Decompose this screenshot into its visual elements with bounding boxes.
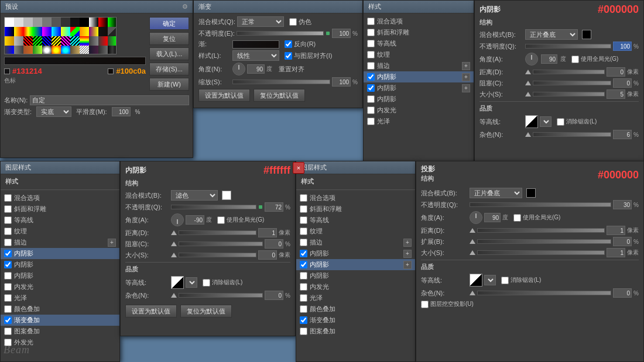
bl-contour[interactable]: 等高线 <box>1 215 119 226</box>
distance-drop-slider[interactable] <box>477 228 605 233</box>
contour-drop-preview[interactable] <box>470 274 482 287</box>
br-gradient-overlay[interactable]: 渐变叠加 <box>296 315 415 326</box>
gradient-preview[interactable] <box>232 40 279 49</box>
reset-default-bottom-btn[interactable]: 复位为默认值 <box>180 305 232 318</box>
angle-bottom-dial[interactable] <box>171 213 184 226</box>
angle-dial[interactable] <box>232 63 245 75</box>
angle-drop-dial[interactable] <box>470 211 482 224</box>
angle-drop-input[interactable] <box>484 213 501 222</box>
spread-drop-input[interactable] <box>613 237 632 246</box>
angle-top-input[interactable] <box>541 54 557 64</box>
bl-inner-shadow-2[interactable]: 内阴影 <box>1 259 119 270</box>
distance-drop-input[interactable] <box>607 226 625 235</box>
size-top-input[interactable] <box>607 89 625 99</box>
distance-top-input[interactable] <box>607 67 625 77</box>
br-blend-options[interactable]: 混合选项 <box>296 192 415 204</box>
opacity-bottom-input[interactable] <box>265 202 283 212</box>
simulate-checkbox[interactable] <box>289 18 297 26</box>
opacity-drop-input[interactable] <box>613 200 632 209</box>
shadow-color-top-swatch[interactable] <box>582 30 591 39</box>
inner-shadow1-plus[interactable]: + <box>462 73 470 81</box>
noise-drop-slider[interactable] <box>477 291 611 295</box>
bl-satin[interactable]: 光泽 <box>1 292 119 304</box>
global-light-drop-cb[interactable] <box>513 214 521 222</box>
style-item-contour[interactable]: 等高线 <box>364 38 474 49</box>
br-inner-shadow2-plus[interactable]: + <box>403 261 412 269</box>
gear-icon[interactable]: ⚙ <box>182 3 188 11</box>
style-item-inner-shadow-2[interactable]: 内阴影+ <box>364 82 474 94</box>
br-stroke-plus[interactable]: + <box>403 239 412 247</box>
opacity-input[interactable] <box>332 29 351 38</box>
inner-shadow2-plus[interactable]: + <box>462 84 470 92</box>
reset-default-btn[interactable]: 复位为默认值 <box>254 89 305 102</box>
contour-bottom-select[interactable]: ▼ <box>186 277 197 288</box>
style-item-inner-shadow-3[interactable]: 内阴影 <box>364 94 474 105</box>
style-select[interactable]: 线性 <box>232 50 279 61</box>
global-light-top-cb[interactable] <box>571 56 579 63</box>
gradient-stop-right[interactable] <box>108 68 114 74</box>
pattern-grid[interactable] <box>4 17 117 54</box>
angle-input[interactable] <box>247 64 265 74</box>
reset-button[interactable]: 复位 <box>149 32 189 45</box>
br-contour[interactable]: 等高线 <box>296 215 415 226</box>
gradient-stop-left[interactable] <box>4 68 10 74</box>
br-pattern-overlay[interactable]: 图案叠加 <box>296 326 415 337</box>
anti-alias-drop-cb[interactable] <box>501 277 509 284</box>
choke-bottom-slider[interactable] <box>179 242 263 246</box>
scale-slider[interactable] <box>232 80 330 84</box>
size-bottom-input[interactable] <box>258 250 277 260</box>
scale-input[interactable] <box>332 77 351 87</box>
gradient-type-select[interactable]: 实底 <box>36 106 71 117</box>
choke-top-slider[interactable] <box>533 81 611 85</box>
noise-drop-input[interactable] <box>613 288 632 298</box>
new-button[interactable]: 新建(W) <box>149 78 189 91</box>
opacity-slider[interactable] <box>237 31 324 36</box>
anti-alias-bottom-cb[interactable] <box>203 279 210 287</box>
bl-stroke[interactable]: 描边+ <box>1 237 119 248</box>
bl-pattern-overlay[interactable]: 图案叠加 <box>1 326 119 337</box>
contour-top-select[interactable]: ▼ <box>540 116 551 127</box>
layer-knockout-cb[interactable] <box>421 301 429 308</box>
distance-bottom-slider[interactable] <box>179 230 256 235</box>
bl-stroke-plus[interactable]: + <box>108 239 116 247</box>
style-item-stroke[interactable]: 描边+ <box>364 60 474 71</box>
set-default-btn[interactable]: 设置为默认值 <box>198 89 250 102</box>
smoothness-input[interactable] <box>112 107 131 116</box>
stroke-plus[interactable]: + <box>462 62 470 70</box>
bl-color-overlay[interactable]: 颜色叠加 <box>1 304 119 315</box>
choke-top-input[interactable] <box>613 78 632 88</box>
size-drop-input[interactable] <box>607 248 625 257</box>
save-button[interactable]: 存储(S)... <box>149 63 189 75</box>
bl-bevel[interactable]: 斜面和浮雕 <box>1 204 119 215</box>
br-satin[interactable]: 光泽 <box>296 292 415 304</box>
angle-top-dial[interactable] <box>525 53 538 65</box>
style-item-blend[interactable]: 混合选项 <box>364 16 474 27</box>
br-stroke[interactable]: 描边+ <box>296 237 415 248</box>
anti-alias-top-cb[interactable] <box>557 118 564 126</box>
br-inner-shadow-1[interactable]: 内阴影+ <box>296 248 415 259</box>
noise-top-input[interactable] <box>613 130 632 139</box>
bl-inner-glow[interactable]: 内发光 <box>1 281 119 292</box>
style-item-inner-glow[interactable]: 内发光 <box>364 105 474 116</box>
contour-bottom-preview[interactable] <box>171 276 184 289</box>
noise-bottom-input[interactable] <box>265 291 283 300</box>
opacity-top-slider[interactable] <box>525 44 611 49</box>
distance-bottom-input[interactable] <box>258 228 277 237</box>
br-inner-shadow1-plus[interactable]: + <box>403 250 412 258</box>
set-default-bottom-btn[interactable]: 设置为默认值 <box>125 305 177 318</box>
spread-drop-slider[interactable] <box>477 239 611 244</box>
bl-inner-shadow-3[interactable]: 内阴影 <box>1 270 119 281</box>
choke-bottom-input[interactable] <box>265 239 283 249</box>
size-top-slider[interactable] <box>533 92 605 96</box>
noise-bottom-slider[interactable] <box>179 293 263 298</box>
distance-top-slider[interactable] <box>533 70 605 74</box>
name-input[interactable] <box>30 95 189 105</box>
size-bottom-slider[interactable] <box>179 253 256 257</box>
br-inner-glow[interactable]: 内发光 <box>296 281 415 292</box>
style-item-bevel[interactable]: 斜面和浮雕 <box>364 27 474 38</box>
br-inner-shadow-3[interactable]: 内阴影 <box>296 270 415 281</box>
style-item-texture[interactable]: 纹理 <box>364 49 474 60</box>
angle-bottom-input[interactable] <box>186 215 204 225</box>
size-drop-slider[interactable] <box>477 250 605 255</box>
confirm-button[interactable]: 确定 <box>149 17 189 30</box>
